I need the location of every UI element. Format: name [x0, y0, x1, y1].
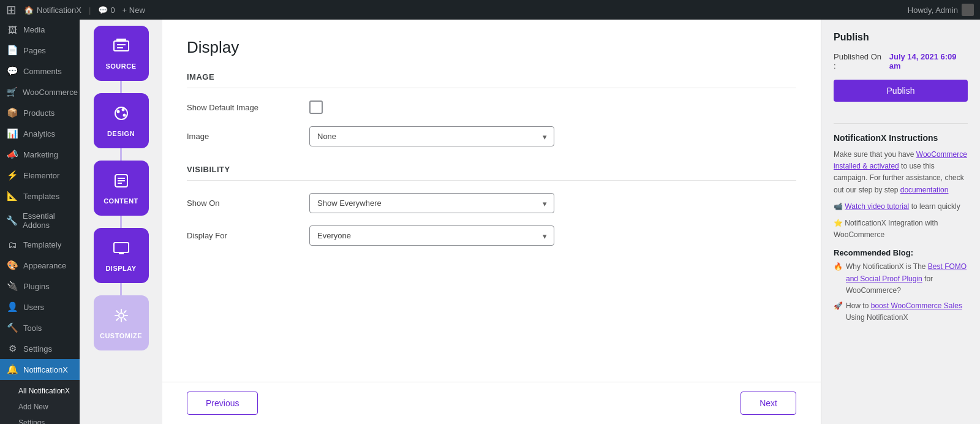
- sidebar-sub-settings[interactable]: Settings: [0, 415, 80, 424]
- sidebar-item-pages[interactable]: 📄 Pages: [0, 40, 80, 61]
- sidebar: 🖼 Media 📄 Pages 💬 Comments 🛒 WooCommerce…: [0, 20, 80, 424]
- sidebar-sub-all-notifications[interactable]: All NotificationX: [0, 383, 80, 399]
- sidebar-item-templately[interactable]: 🗂 Templately: [0, 235, 80, 255]
- svg-rect-1: [116, 39, 126, 41]
- show-default-image-checkbox[interactable]: [309, 100, 323, 114]
- step-connector-2: [120, 148, 122, 161]
- show-on-select[interactable]: Show Everywhere Selected Pages Exclude P…: [309, 193, 554, 213]
- step-source[interactable]: SOURCE: [94, 26, 149, 93]
- elementor-icon: ⚡: [6, 170, 18, 181]
- show-default-image-control: [309, 100, 616, 114]
- step-customize[interactable]: CUSTOMIZE: [94, 295, 149, 350]
- svg-point-4: [115, 107, 127, 119]
- svg-point-5: [116, 110, 119, 113]
- display-for-control: Everyone Logged In Users Logged Out User…: [309, 225, 616, 246]
- steps-column: SOURCE DESIGN: [80, 20, 162, 424]
- site-name[interactable]: 🏠 NotificationX: [24, 6, 81, 15]
- integration-row: ⭐ NotificationX Integration with WooComm…: [834, 218, 968, 241]
- content-inner: Display IMAGE Show Default Image Image: [162, 20, 821, 382]
- sidebar-sub-add-new[interactable]: Add New: [0, 399, 80, 415]
- fire-icon: 🔥: [834, 261, 843, 297]
- svg-point-7: [123, 113, 126, 116]
- sidebar-item-tools[interactable]: 🔨 Tools: [0, 317, 80, 338]
- blog-link-2[interactable]: boost WooCommerce Sales: [871, 301, 962, 310]
- comment-count[interactable]: 💬 0: [98, 6, 115, 15]
- settings-icon: ⚙: [6, 343, 18, 354]
- show-default-image-row: Show Default Image: [187, 100, 796, 114]
- svg-point-6: [121, 108, 124, 111]
- templates-icon: 📐: [6, 191, 18, 202]
- wp-logo-icon: ⊞: [6, 2, 17, 17]
- sidebar-item-templates[interactable]: 📐 Templates: [0, 186, 80, 206]
- publish-button[interactable]: Publish: [834, 80, 968, 102]
- show-on-row: Show On Show Everywhere Selected Pages E…: [187, 193, 796, 213]
- analytics-icon: 📊: [6, 128, 18, 139]
- home-icon: 🏠: [24, 6, 34, 15]
- instructions-title: NotificationX Instructions: [834, 133, 968, 143]
- sidebar-item-woocommerce[interactable]: 🛒 WooCommerce: [0, 81, 80, 102]
- svg-rect-12: [114, 243, 129, 252]
- appearance-icon: 🎨: [6, 260, 18, 271]
- visibility-section-heading: VISIBILITY: [187, 165, 796, 181]
- publish-divider: [834, 123, 968, 124]
- video-icon: 📹: [834, 202, 843, 211]
- display-for-select-wrapper: Everyone Logged In Users Logged Out User…: [309, 225, 554, 246]
- nav-buttons: Previous Next: [162, 382, 821, 424]
- show-on-control: Show Everywhere Selected Pages Exclude P…: [309, 193, 616, 213]
- essential-addons-icon: 🔧: [6, 215, 18, 226]
- published-on-label: Published On :: [834, 52, 884, 70]
- recommended-blog-title: Recommended Blog:: [834, 248, 968, 257]
- next-button[interactable]: Next: [741, 392, 796, 415]
- display-for-label: Display For: [187, 231, 309, 240]
- visibility-section: VISIBILITY Show On Show Everywhere Selec…: [187, 165, 796, 246]
- sidebar-item-media[interactable]: 🖼 Media: [0, 20, 80, 40]
- image-section: IMAGE Show Default Image Image None Smal…: [187, 72, 796, 146]
- instructions-text: Make sure that you have WooCommerce inst…: [834, 149, 968, 196]
- new-button[interactable]: + New: [123, 6, 145, 15]
- woocommerce-icon: 🛒: [6, 86, 18, 97]
- previous-button[interactable]: Previous: [187, 392, 258, 415]
- watch-video-row: 📹 Watch video tutorial to learn quickly: [834, 201, 968, 213]
- comments-icon: 💬: [6, 66, 18, 77]
- sidebar-item-elementor[interactable]: ⚡ Elementor: [0, 165, 80, 186]
- comment-icon: 💬: [98, 6, 108, 15]
- sidebar-item-appearance[interactable]: 🎨 Appearance: [0, 255, 80, 276]
- show-on-label: Show On: [187, 199, 309, 208]
- sidebar-item-settings[interactable]: ⚙ Settings: [0, 338, 80, 359]
- rocket-icon: 🚀: [834, 300, 843, 324]
- design-icon: [113, 105, 130, 126]
- step-connector-3: [120, 216, 122, 228]
- topbar: ⊞ 🏠 NotificationX | 💬 0 + New Howdy, Adm…: [0, 0, 980, 20]
- image-control: None Small Medium Large: [309, 126, 616, 146]
- image-section-heading: IMAGE: [187, 72, 796, 88]
- content-icon: [113, 172, 130, 194]
- marketing-icon: 📣: [6, 149, 18, 160]
- image-row: Image None Small Medium Large: [187, 126, 796, 146]
- sidebar-item-plugins[interactable]: 🔌 Plugins: [0, 276, 80, 297]
- sidebar-item-analytics[interactable]: 📊 Analytics: [0, 123, 80, 144]
- display-for-select[interactable]: Everyone Logged In Users Logged Out User…: [309, 225, 554, 246]
- watch-video-link[interactable]: Watch video tutorial: [845, 202, 909, 211]
- sidebar-item-marketing[interactable]: 📣 Marketing: [0, 144, 80, 165]
- sidebar-item-comments[interactable]: 💬 Comments: [0, 61, 80, 81]
- blog-item-1: 🔥 Why NotificationX is The Best FOMO and…: [834, 261, 968, 297]
- sidebar-item-notificationx[interactable]: 🔔 NotificationX: [0, 359, 80, 380]
- right-sidebar: Publish Published On : July 14, 2021 6:0…: [821, 20, 980, 424]
- documentation-link[interactable]: documentation: [900, 186, 949, 194]
- published-on-row: Published On : July 14, 2021 6:09 am: [834, 52, 968, 70]
- sidebar-item-products[interactable]: 📦 Products: [0, 102, 80, 123]
- templately-icon: 🗂: [6, 240, 18, 250]
- sidebar-item-users[interactable]: 👤 Users: [0, 297, 80, 317]
- sidebar-item-essential-addons[interactable]: 🔧 Essential Addons: [0, 206, 80, 235]
- blog-item-2: 🚀 How to boost WooCommerce Sales Using N…: [834, 300, 968, 324]
- step-content[interactable]: CONTENT: [94, 161, 149, 228]
- tools-icon: 🔨: [6, 322, 18, 333]
- star-icon: ⭐: [834, 219, 843, 227]
- step-display[interactable]: DISPLAY: [94, 228, 149, 295]
- notificationx-icon: 🔔: [6, 364, 18, 375]
- topbar-right: Howdy, Admin: [908, 4, 974, 16]
- step-design[interactable]: DESIGN: [94, 93, 149, 161]
- customize-icon: [113, 307, 130, 328]
- image-select[interactable]: None Small Medium Large: [309, 126, 554, 146]
- media-icon: 🖼: [6, 25, 18, 35]
